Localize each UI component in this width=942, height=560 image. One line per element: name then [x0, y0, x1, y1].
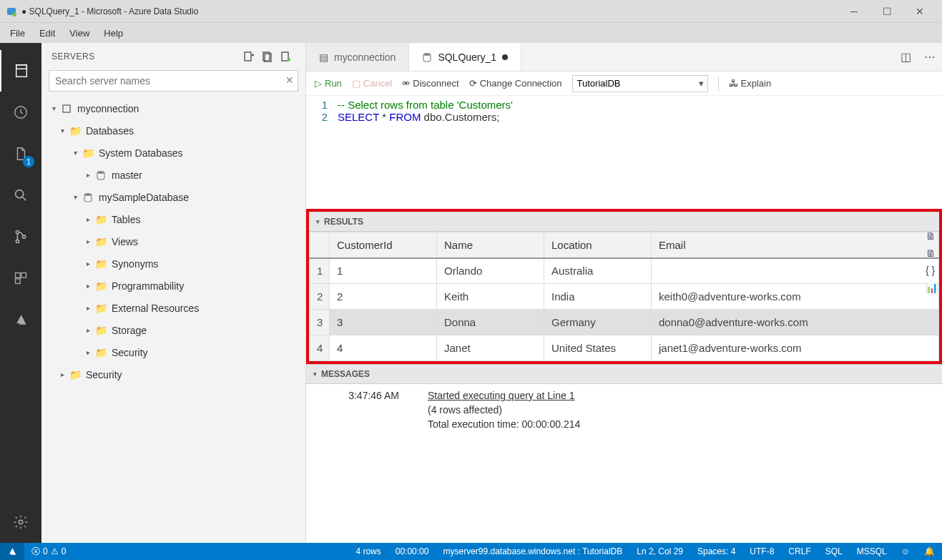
tree-master[interactable]: ▸master [41, 164, 305, 186]
svg-rect-16 [282, 52, 288, 61]
run-button[interactable]: ▷ Run [315, 78, 342, 89]
settings-icon[interactable] [0, 501, 41, 543]
folder-icon: 📁 [94, 235, 107, 248]
status-elapsed[interactable]: 00:00:00 [388, 543, 436, 560]
status-kernel[interactable]: MSSQL [850, 543, 894, 560]
search-input[interactable] [49, 70, 298, 92]
tree-storage[interactable]: ▸📁Storage [41, 319, 305, 341]
tree-databases[interactable]: ▾📁Databases [41, 119, 305, 142]
new-query-icon[interactable] [277, 47, 295, 66]
table-row[interactable]: 33DonnaGermanydonna0@adventure-works.com [310, 310, 939, 335]
explain-icon: 🖧 [729, 78, 738, 89]
tree-security[interactable]: ▸📁Security [41, 363, 305, 385]
explorer-badge: 1 [23, 156, 34, 167]
new-connection-icon[interactable] [240, 47, 258, 66]
status-problems[interactable]: ⓧ0 ⚠0 [24, 543, 73, 560]
query-toolbar: ▷ Run ▢ Cancel ⚮ Disconnect ⟳ Change Con… [306, 72, 942, 96]
status-feedback-icon[interactable]: ☺ [894, 543, 917, 560]
titlebar: ● SQLQuery_1 - Microsoft - Azure Data St… [0, 0, 942, 23]
close-button[interactable]: ✕ [903, 0, 936, 23]
results-header[interactable]: ▾RESULTS [309, 212, 939, 232]
status-indent[interactable]: Spaces: 4 [690, 543, 742, 560]
database-icon [94, 169, 107, 182]
svg-point-21 [423, 53, 431, 56]
tree-security-inner[interactable]: ▸📁Security [41, 341, 305, 363]
status-server[interactable]: myserver99.database.windows.net : Tutori… [436, 543, 629, 560]
save-csv-icon[interactable]: 🗎 [926, 230, 938, 242]
svg-point-5 [16, 190, 24, 198]
col-email[interactable]: Email [652, 232, 939, 258]
status-rows[interactable]: 4 rows [348, 543, 388, 560]
minimize-button[interactable]: ─ [838, 0, 870, 23]
folder-icon: 📁 [69, 368, 82, 381]
explain-button[interactable]: 🖧 Explain [729, 78, 772, 89]
svg-rect-9 [16, 273, 21, 278]
messages-header[interactable]: ▾MESSAGES [306, 364, 942, 384]
explorer-icon[interactable]: 1 [0, 133, 41, 175]
table-row[interactable]: 44JanetUnited Statesjanet1@adventure-wor… [310, 335, 939, 361]
change-connection-button[interactable]: ⟳ Change Connection [469, 78, 562, 89]
status-encoding[interactable]: UTF-8 [742, 543, 781, 560]
folder-icon: 📁 [69, 124, 82, 137]
servers-sidebar: SERVERS ✕ ▾myconnection ▾📁Databases ▾📁Sy… [41, 43, 306, 543]
tab-myconnection[interactable]: ▤myconnection [306, 43, 409, 71]
svg-point-20 [84, 193, 92, 196]
status-azure-icon[interactable] [0, 543, 24, 560]
menubar: File Edit View Help [0, 23, 942, 43]
new-group-icon[interactable] [258, 47, 277, 66]
tree-views[interactable]: ▸📁Views [41, 230, 305, 252]
tree-synonyms[interactable]: ▸📁Synonyms [41, 252, 305, 275]
sidebar-title: SERVERS [51, 51, 240, 62]
save-excel-icon[interactable]: 🗎 [926, 247, 938, 259]
code-editor[interactable]: 1 2 -- Select rows from table 'Customers… [306, 96, 942, 209]
col-location[interactable]: Location [544, 232, 652, 258]
status-eol[interactable]: CRLF [781, 543, 818, 560]
chart-icon[interactable]: 📊 [926, 282, 938, 293]
menu-view[interactable]: View [62, 25, 97, 41]
azure-icon[interactable] [0, 299, 41, 340]
cancel-button[interactable]: ▢ Cancel [352, 78, 392, 89]
message-text: Total execution time: 00:00:00.214 [428, 418, 580, 430]
row-header-blank[interactable] [310, 232, 330, 258]
activity-bar: 1 [0, 43, 41, 543]
svg-point-7 [16, 240, 19, 242]
tree-system-databases[interactable]: ▾📁System Databases [41, 142, 305, 164]
tab-sqlquery[interactable]: SQLQuery_1 [409, 43, 521, 71]
svg-point-6 [16, 230, 19, 233]
tree-sample-db[interactable]: ▾mySampleDatabase [41, 186, 305, 208]
maximize-button[interactable]: ☐ [870, 0, 903, 23]
status-notifications-icon[interactable]: 🔔 [917, 543, 942, 560]
table-row[interactable]: 11OrlandoAustralia [310, 258, 939, 284]
disconnect-button[interactable]: ⚮ Disconnect [402, 78, 458, 89]
servers-icon[interactable] [0, 50, 41, 92]
tree-tables[interactable]: ▸📁Tables [41, 208, 305, 230]
task-history-icon[interactable] [0, 92, 41, 133]
clear-search-icon[interactable]: ✕ [285, 74, 294, 86]
app-icon [6, 6, 17, 17]
save-json-icon[interactable]: { } [926, 265, 938, 276]
tree-external-resources[interactable]: ▸📁External Resources [41, 297, 305, 319]
more-actions-icon[interactable]: ⋯ [918, 43, 942, 71]
menu-help[interactable]: Help [97, 25, 130, 41]
split-editor-icon[interactable]: ◫ [893, 43, 918, 71]
col-name[interactable]: Name [437, 232, 544, 258]
svg-rect-2 [16, 65, 27, 77]
search-icon[interactable] [0, 175, 41, 216]
message-text: Started executing query at Line 1 [428, 390, 574, 401]
extensions-icon[interactable] [0, 257, 41, 299]
menu-edit[interactable]: Edit [32, 25, 62, 41]
source-control-icon[interactable] [0, 216, 41, 257]
tree-programmability[interactable]: ▸📁Programmability [41, 275, 305, 297]
table-row[interactable]: 22KeithIndiakeith0@adventure-works.com [310, 284, 939, 310]
status-position[interactable]: Ln 2, Col 29 [629, 543, 690, 560]
folder-icon: 📁 [94, 302, 107, 315]
server-icon: ▤ [319, 51, 328, 63]
results-grid: CustomerId Name Location Email 11Orlando… [309, 232, 939, 361]
menu-file[interactable]: File [3, 25, 32, 41]
col-customerid[interactable]: CustomerId [330, 232, 437, 258]
status-language[interactable]: SQL [818, 543, 850, 560]
database-select[interactable]: TutorialDB [572, 75, 708, 92]
svg-rect-11 [16, 279, 21, 284]
status-bar: ⓧ0 ⚠0 4 rows 00:00:00 myserver99.databas… [0, 543, 942, 560]
tree-connection[interactable]: ▾myconnection [41, 97, 305, 119]
